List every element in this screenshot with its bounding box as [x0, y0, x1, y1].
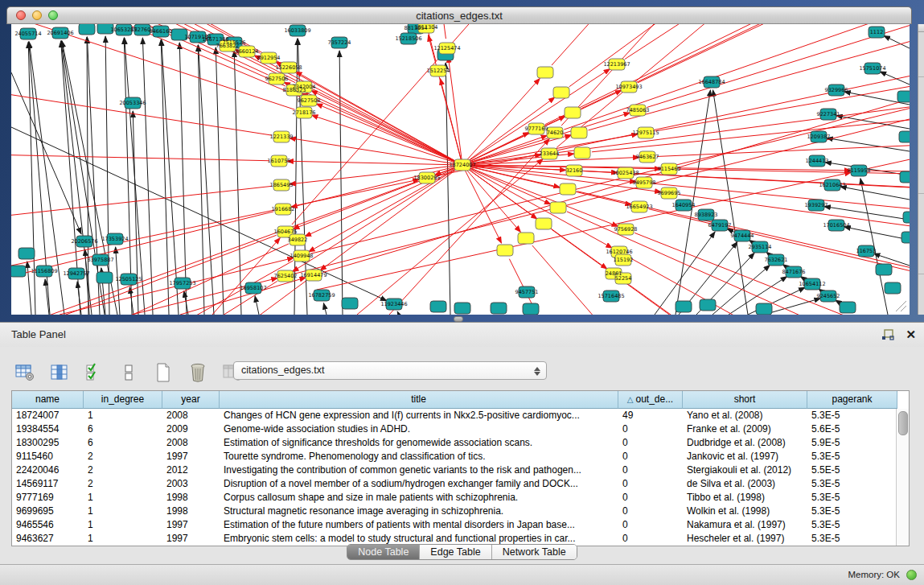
- table-cell-out_degree[interactable]: 0: [618, 422, 683, 436]
- table-cell-pagerank[interactable]: 5.3E-5: [807, 505, 897, 518]
- column-header-short[interactable]: short: [683, 391, 807, 409]
- graph-node[interactable]: [518, 233, 534, 244]
- table-cell-short[interactable]: Jankovic et al. (1997): [683, 450, 807, 463]
- graph-node[interactable]: [553, 87, 569, 98]
- table-cell-in_degree[interactable]: 6: [84, 422, 162, 436]
- graph-node[interactable]: [885, 282, 901, 294]
- table-row[interactable]: 2242004622012Investigating the contribut…: [12, 463, 909, 477]
- table-row[interactable]: 1830029562008Estimation of significance …: [12, 436, 909, 450]
- table-cell-pagerank[interactable]: 5.9E-5: [807, 436, 897, 450]
- table-cell-year[interactable]: 2003: [162, 477, 220, 491]
- graph-edge[interactable]: [198, 45, 204, 315]
- graph-edge[interactable]: [655, 24, 910, 131]
- graph-edge[interactable]: [199, 45, 214, 315]
- graph-node[interactable]: [454, 303, 470, 314]
- table-cell-in_degree[interactable]: 2: [84, 450, 162, 463]
- column-visibility-icon[interactable]: [49, 362, 70, 383]
- graph-node[interactable]: [899, 131, 910, 142]
- column-header-pagerank[interactable]: pagerank: [807, 391, 897, 409]
- select-columns-icon[interactable]: [84, 362, 105, 383]
- table-cell-short[interactable]: de Silva et al. (2003): [683, 477, 807, 491]
- network-window-titlebar[interactable]: citations_edges.txt: [6, 6, 912, 24]
- graph-edge[interactable]: [180, 278, 306, 315]
- table-row[interactable]: 911546021997Tourette syndrome. Phenomeno…: [12, 450, 909, 463]
- delete-table-icon[interactable]: [187, 362, 208, 383]
- graph-edge[interactable]: [827, 138, 910, 151]
- table-cell-pagerank[interactable]: 5.6E-5: [807, 422, 897, 436]
- graph-edge[interactable]: [552, 24, 910, 65]
- table-cell-name[interactable]: 9777169: [12, 491, 84, 505]
- table-cell-year[interactable]: 1997: [162, 518, 220, 532]
- table-cell-name[interactable]: 22420046: [12, 463, 84, 477]
- table-cell-year[interactable]: 2008: [162, 409, 220, 422]
- graph-edge[interactable]: [462, 165, 520, 232]
- graph-edge[interactable]: [339, 51, 343, 315]
- column-header-in_degree[interactable]: in_degree: [84, 391, 162, 409]
- graph-edge[interactable]: [302, 93, 462, 165]
- graph-edge[interactable]: [287, 161, 462, 165]
- tab-network-table[interactable]: Network Table: [492, 545, 577, 559]
- table-cell-in_degree[interactable]: 1: [84, 505, 162, 518]
- table-cell-title[interactable]: Estimation of significance thresholds fo…: [220, 436, 618, 450]
- table-cell-name[interactable]: 9465546: [12, 518, 84, 532]
- graph-edge[interactable]: [316, 104, 462, 165]
- table-cell-pagerank[interactable]: 5.3E-5: [807, 491, 897, 505]
- graph-node[interactable]: [560, 183, 576, 195]
- table-cell-year[interactable]: 1997: [162, 450, 220, 463]
- table-selector[interactable]: citations_edges.txt: [233, 361, 547, 380]
- table-cell-out_degree[interactable]: 0: [618, 477, 683, 491]
- graph-node[interactable]: [571, 127, 587, 138]
- table-cell-name[interactable]: 14569117: [12, 477, 84, 491]
- graph-edge[interactable]: [440, 79, 462, 165]
- graph-node[interactable]: [550, 202, 566, 213]
- column-header-out_degree[interactable]: △out_de...: [618, 391, 683, 409]
- graph-edge[interactable]: [657, 126, 910, 157]
- graph-node[interactable]: [574, 147, 590, 159]
- new-table-icon[interactable]: [153, 362, 174, 383]
- table-settings-icon[interactable]: [14, 362, 35, 383]
- graph-edge[interactable]: [884, 35, 910, 48]
- tab-edge-table[interactable]: Edge Table: [420, 545, 491, 559]
- table-cell-title[interactable]: Investigating the contribution of common…: [220, 463, 618, 477]
- table-cell-out_degree[interactable]: 0: [618, 505, 683, 518]
- graph-edge[interactable]: [179, 43, 187, 315]
- table-cell-pagerank[interactable]: 5.3E-5: [807, 518, 897, 532]
- table-cell-in_degree[interactable]: 1: [84, 518, 162, 532]
- table-cell-short[interactable]: Yano et al. (2008): [683, 409, 807, 422]
- table-cell-title[interactable]: Corpus callosum shape and size in male p…: [220, 491, 618, 505]
- table-cell-year[interactable]: 2008: [162, 436, 220, 450]
- graph-node[interactable]: [565, 107, 581, 118]
- table-cell-out_degree[interactable]: 0: [618, 436, 683, 450]
- graph-edge[interactable]: [11, 212, 273, 315]
- graph-edge[interactable]: [462, 165, 631, 205]
- graph-node[interactable]: [497, 245, 513, 256]
- column-header-name[interactable]: name: [12, 391, 84, 409]
- graph-node[interactable]: [903, 212, 910, 223]
- table-cell-pagerank[interactable]: 5.5E-5: [807, 463, 897, 477]
- table-cell-pagerank[interactable]: 5.3E-5: [807, 450, 897, 463]
- graph-node[interactable]: [536, 218, 552, 229]
- scrollbar-thumb[interactable]: [898, 411, 908, 435]
- close-panel-icon[interactable]: ✕: [906, 328, 916, 342]
- graph-node[interactable]: [676, 301, 692, 312]
- column-header-year[interactable]: year: [162, 391, 220, 409]
- graph-edge[interactable]: [311, 85, 910, 253]
- graph-edge[interactable]: [509, 259, 828, 315]
- table-cell-out_degree[interactable]: 0: [618, 463, 683, 477]
- table-cell-name[interactable]: 9699695: [12, 505, 84, 518]
- graph-node[interactable]: [876, 264, 892, 275]
- table-cell-year[interactable]: 2009: [162, 422, 220, 436]
- graph-node[interactable]: [523, 303, 539, 315]
- table-cell-name[interactable]: 18300295: [12, 436, 84, 450]
- table-cell-out_degree[interactable]: 49: [618, 409, 683, 422]
- graph-node[interactable]: [756, 303, 772, 315]
- graph-edge[interactable]: [654, 183, 910, 253]
- graph-node[interactable]: [97, 272, 113, 283]
- graph-edge[interactable]: [11, 186, 272, 265]
- table-cell-pagerank[interactable]: 5.3E-5: [807, 409, 897, 422]
- table-cell-name[interactable]: 9115460: [12, 450, 84, 463]
- graph-edge[interactable]: [844, 227, 910, 240]
- table-cell-title[interactable]: Changes of HCN gene expression and I(f) …: [220, 409, 618, 422]
- graph-node[interactable]: [840, 302, 856, 313]
- row-height-icon[interactable]: [118, 362, 139, 383]
